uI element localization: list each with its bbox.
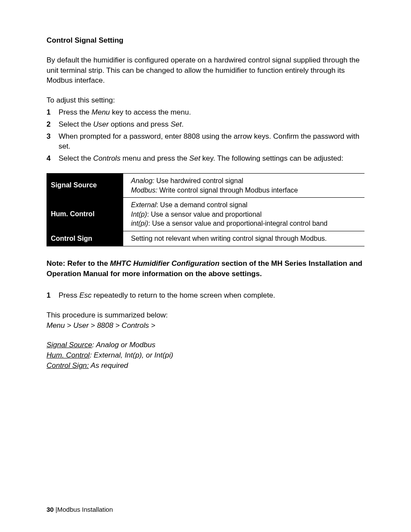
summary-signal-source: Signal Source: Analog or Modbus — [47, 340, 364, 350]
setting-description: Setting not relevant when writing contro… — [123, 231, 364, 246]
summary-leadin: This procedure is summarized below: — [47, 310, 364, 320]
table-row: Control Sign Setting not relevant when w… — [47, 231, 364, 246]
step-text: When prompted for a password, enter 8808… — [59, 131, 364, 152]
table-row: Hum. Control External: Use a demand cont… — [47, 198, 364, 231]
note-paragraph: Note: Refer to the MHTC Humidifier Confi… — [47, 258, 364, 279]
summary-hum-control: Hum. Control: External, Int(p), or Int(p… — [47, 350, 364, 361]
step-2: 2 Select the User options and press Set. — [47, 119, 364, 130]
step-4: 4 Select the Controls menu and press the… — [47, 153, 364, 164]
summary-path: Menu > User > 8808 > Controls > — [47, 320, 364, 331]
step-3: 3 When prompted for a password, enter 88… — [47, 131, 364, 152]
summary-settings: Signal Source: Analog or Modbus Hum. Con… — [47, 340, 364, 370]
steps-list: 1 Press the Menu key to access the menu.… — [47, 107, 364, 164]
page-number: 30 — [47, 506, 54, 513]
step-1: 1 Press the Menu key to access the menu. — [47, 107, 364, 118]
step-text: Select the Controls menu and press the S… — [59, 153, 343, 164]
step-final: 1 Press Esc repeatedly to return to the … — [47, 290, 364, 301]
setting-label: Signal Source — [47, 173, 123, 197]
summary-control-sign: Control Sign: As required — [47, 361, 364, 371]
setting-label: Hum. Control — [47, 198, 123, 231]
intro-paragraph: By default the humidifier is configured … — [47, 55, 364, 86]
summary-block: This procedure is summarized below: Menu… — [47, 310, 364, 331]
step-text: Press Esc repeatedly to return to the ho… — [59, 290, 275, 301]
step-number: 1 — [47, 290, 53, 301]
step-number: 2 — [47, 119, 53, 130]
settings-table: Signal Source Analog: Use hardwired cont… — [47, 173, 364, 246]
setting-description: External: Use a demand control signal In… — [123, 198, 364, 231]
step-number: 3 — [47, 131, 53, 152]
step-number: 4 — [47, 153, 53, 164]
step-text: Press the Menu key to access the menu. — [59, 107, 191, 118]
adjust-leadin: To adjust this setting: — [47, 95, 364, 106]
page-footer: 30 |Modbus Installation — [47, 505, 113, 514]
setting-label: Control Sign — [47, 231, 123, 246]
section-heading: Control Signal Setting — [47, 35, 364, 46]
setting-description: Analog: Use hardwired control signal Mod… — [123, 173, 364, 197]
footer-title: Modbus Installation — [57, 506, 113, 513]
table-row: Signal Source Analog: Use hardwired cont… — [47, 173, 364, 197]
step-number: 1 — [47, 107, 53, 118]
step-text: Select the User options and press Set. — [59, 119, 184, 130]
final-step-list: 1 Press Esc repeatedly to return to the … — [47, 290, 364, 301]
